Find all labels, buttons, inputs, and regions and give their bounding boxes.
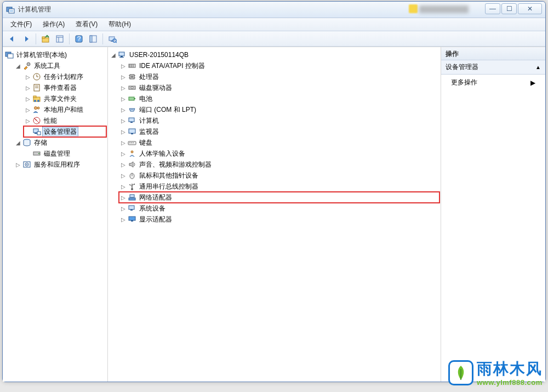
device-network[interactable]: ▷网络适配器 — [119, 192, 439, 203]
expand-icon[interactable]: ▷ — [120, 150, 127, 157]
tools-icon — [22, 61, 31, 70]
device-hid[interactable]: ▷人体学输入设备 — [119, 148, 439, 159]
expand-icon[interactable]: ▷ — [120, 139, 127, 146]
expand-icon[interactable]: ▷ — [120, 172, 127, 179]
tree-task-scheduler[interactable]: ▷任务计划程序 — [24, 71, 106, 82]
tree-local-users[interactable]: ▷本地用户和组 — [24, 104, 106, 115]
tree-services-apps[interactable]: ▷ 服务和应用程序 — [14, 159, 106, 170]
node-label: 人体学输入设备 — [138, 149, 187, 159]
expand-icon[interactable]: ▷ — [25, 95, 31, 102]
svg-rect-80 — [129, 198, 135, 200]
logo-text-cn: 雨林木风 — [477, 359, 543, 379]
expand-icon[interactable]: ▷ — [120, 128, 127, 135]
clock-icon — [32, 72, 41, 81]
pc-icon — [128, 116, 136, 125]
svg-rect-58 — [129, 97, 134, 100]
show-hide-tree-button[interactable] — [87, 33, 99, 45]
menu-help[interactable]: 帮助(H) — [104, 19, 135, 30]
maximize-button[interactable]: ☐ — [501, 3, 517, 14]
window-controls: — ☐ ✕ — [485, 3, 542, 14]
help-button[interactable]: ? — [73, 33, 85, 45]
expand-icon[interactable]: ▷ — [120, 117, 127, 124]
scan-hardware-button[interactable] — [106, 33, 118, 45]
device-tree[interactable]: ◢ USER-20150114QB ▷IDE ATA/ATAPI 控制器 ▷处理… — [108, 47, 441, 227]
node-label: 磁盘管理 — [42, 149, 72, 159]
expand-icon[interactable]: ▷ — [120, 63, 127, 69]
services-icon — [22, 160, 31, 169]
logo-text: 雨林木风 www.ylmf888.com — [477, 359, 543, 387]
device-cpu[interactable]: ▷处理器 — [119, 71, 439, 82]
expand-icon[interactable]: ▷ — [25, 84, 31, 91]
expand-icon[interactable]: ▷ — [120, 161, 127, 168]
back-button[interactable] — [6, 33, 18, 45]
device-ide[interactable]: ▷IDE ATA/ATAPI 控制器 — [119, 60, 439, 71]
svg-rect-17 — [8, 54, 13, 58]
device-display[interactable]: ▷显示适配器 — [119, 214, 439, 225]
expand-icon[interactable]: ▷ — [25, 106, 31, 113]
collapse-icon[interactable]: ◢ — [15, 139, 21, 146]
tree-performance[interactable]: ▷性能 — [24, 115, 106, 126]
expand-icon[interactable]: ▷ — [25, 117, 31, 124]
tree-shared-folders[interactable]: ▷共享文件夹 — [24, 93, 106, 104]
device-root[interactable]: ◢ USER-20150114QB ▷IDE ATA/ATAPI 控制器 ▷处理… — [109, 49, 439, 225]
titlebar[interactable]: 计算机管理 — ☐ ✕ — [3, 2, 545, 18]
tree-device-manager[interactable]: ▷设备管理器 — [24, 126, 106, 137]
menu-file[interactable]: 文件(F) — [6, 19, 36, 30]
action-more[interactable]: 更多操作 ▶ — [441, 75, 545, 90]
forward-button[interactable] — [20, 33, 32, 45]
node-label: 系统工具 — [32, 61, 62, 71]
svg-point-71 — [131, 151, 133, 153]
expand-icon[interactable]: ▷ — [120, 194, 127, 201]
toolbar-separator — [102, 33, 103, 44]
close-button[interactable]: ✕ — [518, 3, 542, 14]
expand-icon[interactable]: ▷ — [120, 106, 127, 113]
actions-panel: 操作 设备管理器 ▲ 更多操作 ▶ — [441, 47, 545, 382]
expand-icon[interactable]: ▷ — [15, 161, 21, 168]
tree-disk-mgmt[interactable]: ▷磁盘管理 — [24, 148, 106, 159]
node-label: 共享文件夹 — [42, 94, 78, 104]
device-disk-drives[interactable]: ▷磁盘驱动器 — [119, 82, 439, 93]
svg-rect-51 — [131, 76, 133, 78]
tree-system-tools[interactable]: ◢ 系统工具 ▷任务计划程序 ▷事件查看器 ▷共享文件夹 ▷本地用户和组 ▷性能 — [14, 60, 106, 137]
menu-action[interactable]: 操作(A) — [38, 19, 69, 30]
tree-event-viewer[interactable]: ▷事件查看器 — [24, 82, 106, 93]
expand-icon[interactable]: ▷ — [120, 183, 127, 190]
expand-icon[interactable]: ▷ — [120, 216, 127, 223]
expand-icon[interactable]: ▷ — [120, 205, 127, 212]
svg-point-27 — [34, 100, 36, 102]
computer-management-window: 计算机管理 — ☐ ✕ 文件(F) 操作(A) 查看(V) 帮助(H) ? — [2, 1, 546, 382]
collapse-icon[interactable]: ◢ — [110, 52, 117, 58]
device-mouse[interactable]: ▷鼠标和其他指针设备 — [119, 170, 439, 181]
device-monitor[interactable]: ▷监视器 — [119, 126, 439, 137]
port-icon — [128, 105, 136, 114]
expand-icon[interactable]: ▷ — [120, 73, 127, 80]
properties-button[interactable] — [54, 33, 66, 45]
center-panel: ◢ USER-20150114QB ▷IDE ATA/ATAPI 控制器 ▷处理… — [108, 47, 441, 382]
tree-root[interactable]: 计算机管理(本地) ◢ 系统工具 ▷任务计划程序 ▷事件查看器 ▷共享文件夹 — [4, 49, 106, 170]
device-system-devices[interactable]: ▷系统设备 — [119, 203, 439, 214]
device-computer[interactable]: ▷计算机 — [119, 115, 439, 126]
event-icon — [32, 83, 41, 92]
device-ports[interactable]: ▷端口 (COM 和 LPT) — [119, 104, 439, 115]
device-battery[interactable]: ▷电池 — [119, 93, 439, 104]
expand-icon[interactable]: ▷ — [25, 73, 31, 80]
device-keyboard[interactable]: ▷键盘 — [119, 137, 439, 148]
expand-icon[interactable]: ▷ — [120, 84, 127, 91]
node-label: USER-20150114QB — [128, 50, 190, 59]
minimize-button[interactable]: — — [485, 3, 500, 14]
up-button[interactable] — [39, 33, 52, 45]
tree-storage[interactable]: ◢ 存储 ▷磁盘管理 — [14, 137, 106, 159]
collapse-icon[interactable]: ◢ — [15, 63, 21, 69]
left-panel: 计算机管理(本地) ◢ 系统工具 ▷任务计划程序 ▷事件查看器 ▷共享文件夹 — [3, 47, 108, 382]
window-title: 计算机管理 — [18, 5, 51, 14]
actions-section[interactable]: 设备管理器 ▲ — [441, 60, 545, 75]
console-tree[interactable]: 计算机管理(本地) ◢ 系统工具 ▷任务计划程序 ▷事件查看器 ▷共享文件夹 — [3, 47, 107, 172]
taskbar-blur-icon — [409, 4, 418, 13]
toolbar: ? — [3, 31, 545, 47]
menu-view[interactable]: 查看(V) — [71, 19, 102, 30]
expand-icon[interactable]: ▷ — [120, 95, 127, 102]
device-sound[interactable]: ▷声音、视频和游戏控制器 — [119, 159, 439, 170]
node-label: 服务和应用程序 — [32, 160, 82, 170]
taskbar-blur-text — [419, 5, 469, 13]
device-usb[interactable]: ▷通用串行总线控制器 — [119, 181, 439, 192]
